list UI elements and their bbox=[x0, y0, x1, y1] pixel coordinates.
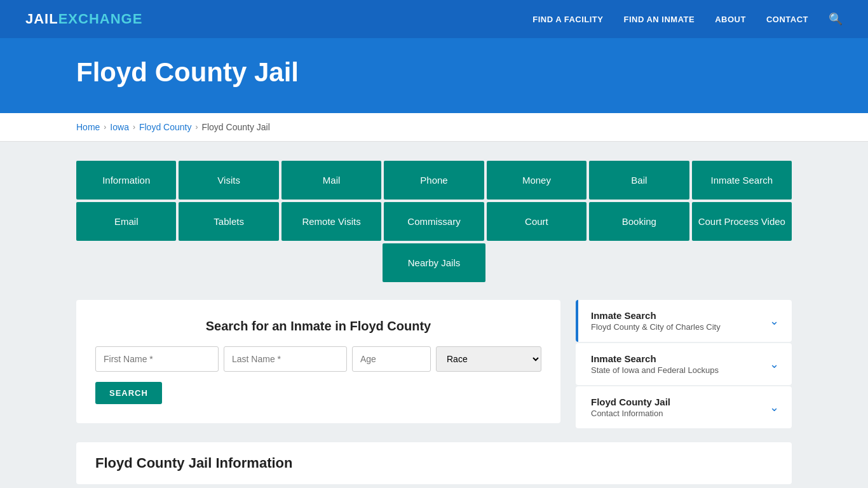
sidebar: Inmate Search Floyd County & City of Cha… bbox=[576, 300, 792, 430]
breadcrumb-iowa[interactable]: Iowa bbox=[110, 122, 129, 132]
breadcrumb-current: Floyd County Jail bbox=[201, 122, 269, 132]
sidebar-card-title-0: Inmate Search Floyd County & City of Cha… bbox=[591, 310, 721, 332]
btn-nearby-jails[interactable]: Nearby Jails bbox=[383, 243, 486, 282]
breadcrumb-sep-2: › bbox=[133, 123, 135, 132]
main-content: Information Visits Mail Phone Money Bail… bbox=[0, 142, 868, 488]
sidebar-card-title-2: Floyd County Jail Contact Information bbox=[591, 396, 670, 418]
jail-info-section: Floyd County Jail Information bbox=[76, 442, 792, 484]
breadcrumb-sep-1: › bbox=[104, 123, 106, 132]
breadcrumb-floyd-county[interactable]: Floyd County bbox=[139, 122, 191, 132]
logo-jail: JAIL bbox=[25, 11, 58, 27]
btn-phone[interactable]: Phone bbox=[384, 161, 484, 200]
btn-commissary[interactable]: Commissary bbox=[384, 202, 484, 241]
page-title: Floyd County Jail bbox=[76, 57, 843, 88]
sidebar-card-2: Floyd County Jail Contact Information ⌄ bbox=[576, 386, 792, 428]
chevron-icon-2: ⌄ bbox=[770, 400, 779, 414]
sidebar-card-header-0[interactable]: Inmate Search Floyd County & City of Cha… bbox=[576, 300, 792, 342]
search-icon[interactable]: 🔍 bbox=[829, 12, 843, 26]
btn-court-process-video[interactable]: Court Process Video bbox=[692, 202, 792, 241]
jail-info-heading: Floyd County Jail Information bbox=[95, 455, 773, 471]
search-fields: Race White Black Hispanic Asian Other bbox=[95, 346, 541, 372]
search-button[interactable]: SEARCH bbox=[95, 382, 162, 404]
btn-mail[interactable]: Mail bbox=[281, 161, 381, 200]
sidebar-sub-title-1: State of Iowa and Federal Lockups bbox=[591, 365, 719, 375]
buttons-row3: Nearby Jails bbox=[76, 243, 792, 282]
btn-inmate-search[interactable]: Inmate Search bbox=[692, 161, 792, 200]
logo-exchange: EXCHANGE bbox=[58, 11, 143, 27]
search-title: Search for an Inmate in Floyd County bbox=[95, 319, 541, 334]
nav-find-facility[interactable]: FIND A FACILITY bbox=[532, 15, 603, 24]
btn-email[interactable]: Email bbox=[76, 202, 176, 241]
btn-court[interactable]: Court bbox=[487, 202, 587, 241]
sidebar-sub-title-2: Contact Information bbox=[591, 409, 670, 418]
btn-booking[interactable]: Booking bbox=[589, 202, 689, 241]
race-select[interactable]: Race White Black Hispanic Asian Other bbox=[436, 346, 541, 372]
btn-tablets[interactable]: Tablets bbox=[179, 202, 278, 241]
logo[interactable]: JAIL EXCHANGE bbox=[25, 11, 142, 27]
main-nav: FIND A FACILITY FIND AN INMATE ABOUT CON… bbox=[532, 12, 843, 26]
btn-visits[interactable]: Visits bbox=[179, 161, 278, 200]
sidebar-card-1: Inmate Search State of Iowa and Federal … bbox=[576, 343, 792, 385]
sidebar-main-title-1: Inmate Search bbox=[591, 353, 719, 364]
chevron-icon-1: ⌄ bbox=[770, 357, 779, 371]
nav-find-inmate[interactable]: FIND AN INMATE bbox=[623, 15, 695, 24]
buttons-row2: Email Tablets Remote Visits Commissary C… bbox=[76, 202, 792, 241]
age-input[interactable] bbox=[352, 346, 431, 372]
last-name-input[interactable] bbox=[224, 346, 347, 372]
sidebar-sub-title-0: Floyd County & City of Charles City bbox=[591, 322, 721, 332]
btn-bail[interactable]: Bail bbox=[589, 161, 689, 200]
nav-contact[interactable]: CONTACT bbox=[766, 15, 808, 24]
header: JAIL EXCHANGE FIND A FACILITY FIND AN IN… bbox=[0, 0, 868, 38]
hero-section: Floyd County Jail bbox=[0, 38, 868, 113]
breadcrumb-home[interactable]: Home bbox=[76, 122, 100, 132]
nav-about[interactable]: ABOUT bbox=[715, 15, 746, 24]
search-box: Search for an Inmate in Floyd County Rac… bbox=[76, 300, 560, 423]
breadcrumb-sep-3: › bbox=[195, 123, 198, 132]
breadcrumb: Home › Iowa › Floyd County › Floyd Count… bbox=[0, 113, 868, 142]
btn-remote-visits[interactable]: Remote Visits bbox=[281, 202, 381, 241]
chevron-icon-0: ⌄ bbox=[770, 314, 779, 328]
btn-money[interactable]: Money bbox=[487, 161, 587, 200]
buttons-row1: Information Visits Mail Phone Money Bail… bbox=[76, 161, 792, 200]
sidebar-card-header-1[interactable]: Inmate Search State of Iowa and Federal … bbox=[576, 343, 792, 385]
sidebar-card-title-1: Inmate Search State of Iowa and Federal … bbox=[591, 353, 719, 375]
first-name-input[interactable] bbox=[95, 346, 219, 372]
sidebar-main-title-2: Floyd County Jail bbox=[591, 396, 670, 407]
sidebar-main-title-0: Inmate Search bbox=[591, 310, 721, 321]
sidebar-card-header-2[interactable]: Floyd County Jail Contact Information ⌄ bbox=[576, 386, 792, 428]
btn-information[interactable]: Information bbox=[76, 161, 176, 200]
bottom-section: Search for an Inmate in Floyd County Rac… bbox=[76, 300, 792, 430]
sidebar-card-0: Inmate Search Floyd County & City of Cha… bbox=[576, 300, 792, 342]
